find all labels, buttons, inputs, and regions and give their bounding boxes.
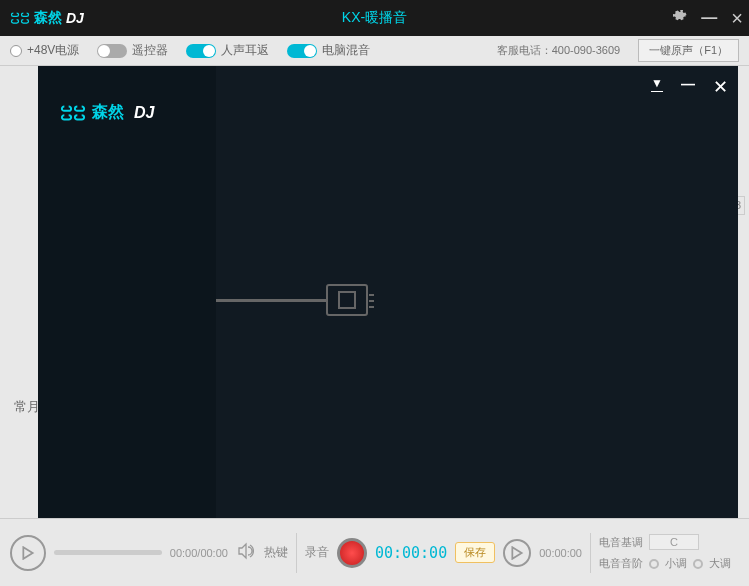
app-logo: 森然 DJ (10, 9, 84, 27)
minor-label: 小调 (665, 556, 687, 571)
power-toggle[interactable]: +48V电源 (10, 42, 79, 59)
logo-icon (60, 104, 86, 122)
close-button[interactable]: × (731, 7, 743, 30)
tone-base-label: 电音基调 (599, 535, 643, 550)
vocal-toggle[interactable]: 人声耳返 (186, 42, 269, 59)
overlay-controls: ▼ — ✕ (651, 76, 728, 98)
record-label: 录音 (305, 544, 329, 561)
vocal-label: 人声耳返 (221, 42, 269, 59)
minimize-button[interactable]: — (701, 9, 717, 27)
major-radio[interactable] (693, 559, 703, 569)
scale-label: 电音音阶 (599, 556, 643, 571)
play-button[interactable] (10, 535, 46, 571)
tone-select[interactable]: C (649, 534, 699, 550)
divider (590, 533, 591, 573)
mix-label: 电脑混音 (322, 42, 370, 59)
mix-toggle[interactable]: 电脑混音 (287, 42, 370, 59)
save-button[interactable]: 保存 (455, 542, 495, 563)
record-time: 00:00:00 (375, 544, 447, 562)
usb-icon (216, 284, 368, 316)
titlebar: 森然 DJ KX-暖播音 — × (0, 0, 749, 36)
radio-icon (10, 45, 22, 57)
window-title: KX-暖播音 (342, 9, 407, 27)
reset-button[interactable]: 一键原声（F1） (638, 39, 739, 62)
remote-label: 遥控器 (132, 42, 168, 59)
hotkey-label[interactable]: 热键 (264, 544, 288, 561)
logo-text: 森然 (34, 9, 62, 27)
overlay-logo-text: 森然 (92, 102, 124, 123)
divider (296, 533, 297, 573)
remote-toggle[interactable]: 遥控器 (97, 42, 168, 59)
dropdown-icon[interactable]: ▼ (651, 76, 663, 98)
speaker-icon[interactable] (236, 541, 256, 564)
playback-time: 00:00/00:00 (170, 547, 228, 559)
logo-dj: DJ (66, 10, 84, 26)
overlay-panel: 森然 DJ ▼ — ✕ (38, 66, 738, 518)
power-label: +48V电源 (27, 42, 79, 59)
logo-icon (10, 11, 30, 25)
record-play-time: 00:00:00 (539, 547, 582, 559)
progress-bar[interactable] (54, 550, 162, 555)
minor-radio[interactable] (649, 559, 659, 569)
overlay-close[interactable]: ✕ (713, 76, 728, 98)
main-area: 常月 〈3 森然 DJ ▼ — ✕ (0, 66, 749, 518)
service-phone: 客服电话：400-090-3609 (497, 43, 621, 58)
tone-controls: 电音基调 C 电音音阶 小调 大调 (599, 534, 739, 571)
window-controls: — × (671, 7, 743, 30)
record-button[interactable] (337, 538, 367, 568)
overlay-logo: 森然 DJ (38, 66, 216, 123)
overlay-content: ▼ — ✕ (216, 66, 738, 518)
toggle-icon (287, 44, 317, 58)
side-label: 常月 (14, 398, 40, 416)
overlay-sidebar: 森然 DJ (38, 66, 216, 518)
record-play-button[interactable] (503, 539, 531, 567)
bottom-bar: 00:00/00:00 热键 录音 00:00:00 保存 00:00:00 电… (0, 518, 749, 586)
toolbar: +48V电源 遥控器 人声耳返 电脑混音 客服电话：400-090-3609 一… (0, 36, 749, 66)
gear-icon[interactable] (671, 8, 687, 28)
overlay-logo-dj: DJ (134, 104, 154, 122)
toggle-icon (97, 44, 127, 58)
overlay-minimize[interactable]: — (681, 76, 695, 98)
major-label: 大调 (709, 556, 731, 571)
toggle-icon (186, 44, 216, 58)
